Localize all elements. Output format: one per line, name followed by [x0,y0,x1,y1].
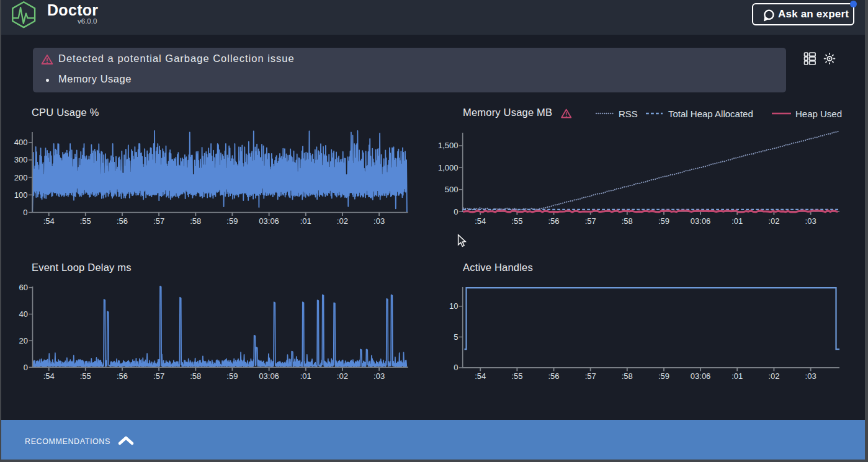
svg-text:40: 40 [19,309,28,319]
svg-text::01: :01 [300,371,311,381]
svg-text:200: 200 [14,173,28,182]
svg-text:Memory Usage MB: Memory Usage MB [463,107,552,118]
svg-text:0: 0 [454,207,458,216]
svg-text::57: :57 [153,216,164,226]
svg-text:10: 10 [449,301,458,311]
svg-text:03:06: 03:06 [259,216,279,226]
svg-text:1,000: 1,000 [438,163,459,172]
svg-text:Heap Used: Heap Used [795,109,842,119]
svg-text:03:06: 03:06 [691,371,711,381]
svg-text::55: :55 [511,371,522,381]
svg-text:03:06: 03:06 [259,371,279,381]
svg-text:100: 100 [14,190,28,200]
svg-text:Event Loop Delay ms: Event Loop Delay ms [32,262,132,273]
svg-text::58: :58 [622,216,633,226]
svg-text::57: :57 [585,371,596,381]
svg-text::59: :59 [658,216,669,226]
svg-text:5: 5 [454,332,458,342]
svg-text:Total Heap Allocated: Total Heap Allocated [668,109,753,119]
svg-text::56: :56 [117,216,128,226]
svg-text::02: :02 [337,216,348,226]
svg-text::55: :55 [80,216,91,226]
svg-text::56: :56 [117,371,128,381]
svg-text::58: :58 [622,371,633,381]
svg-text::55: :55 [511,216,522,226]
svg-text::55: :55 [80,371,91,381]
svg-text::01: :01 [732,216,743,226]
svg-text::54: :54 [43,216,55,226]
svg-text::02: :02 [768,371,779,381]
svg-text::58: :58 [190,371,201,381]
svg-text::02: :02 [337,371,348,381]
svg-text::59: :59 [226,371,238,381]
svg-text:400: 400 [14,138,28,147]
svg-text:CPU Usage %: CPU Usage % [32,107,99,118]
svg-text::01: :01 [732,371,743,381]
svg-text:20: 20 [19,336,28,345]
svg-text::57: :57 [153,371,164,381]
svg-text::58: :58 [190,216,201,226]
svg-text:300: 300 [14,155,28,164]
svg-text::56: :56 [548,371,559,381]
svg-text::56: :56 [548,216,559,226]
svg-text:03:06: 03:06 [691,216,711,226]
svg-text:0: 0 [454,363,458,372]
svg-text::54: :54 [475,216,486,226]
svg-text::57: :57 [585,216,596,226]
svg-text:0: 0 [24,363,28,372]
svg-text:RSS: RSS [619,109,638,119]
svg-text:60: 60 [19,283,28,292]
svg-text:1,500: 1,500 [438,141,459,150]
svg-text::59: :59 [658,371,669,381]
svg-text:500: 500 [445,185,459,194]
svg-text::03: :03 [805,371,817,381]
svg-text:0: 0 [23,208,27,217]
svg-text::03: :03 [374,216,385,226]
svg-text::03: :03 [805,216,817,226]
svg-text::59: :59 [226,216,238,226]
svg-text::54: :54 [475,371,486,381]
svg-text:Active Handles: Active Handles [463,262,533,273]
svg-text::01: :01 [300,216,311,226]
svg-text::54: :54 [43,371,55,381]
svg-text::03: :03 [374,371,385,381]
svg-text::02: :02 [768,216,779,226]
